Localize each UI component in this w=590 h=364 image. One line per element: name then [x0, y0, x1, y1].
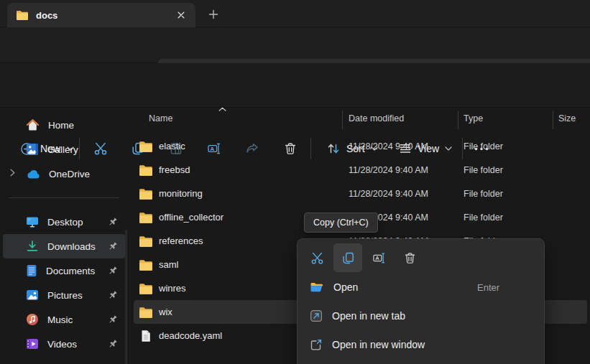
rename-button[interactable]: A — [364, 243, 393, 272]
sidebar-item-label: Music — [47, 314, 73, 325]
sidebar-scrollbar[interactable] — [125, 230, 127, 364]
folder-icon — [139, 212, 153, 223]
sidebar-item-music[interactable]: Music — [3, 307, 125, 332]
expand-chevron-icon[interactable] — [10, 169, 15, 177]
sidebar-item-videos[interactable]: Videos — [3, 332, 125, 356]
sidebar-item-pictures[interactable]: Pictures — [3, 283, 125, 307]
menu-item-shortcut: Enter — [477, 282, 499, 293]
menu-item-open-in-new-tab[interactable]: Open in new tab — [301, 302, 540, 330]
pin-icon — [108, 339, 118, 349]
context-menu: A Open Enter Open in new tab Open in new… — [297, 238, 545, 364]
file-name: references — [159, 235, 203, 246]
menu-item-label: Open in new window — [332, 339, 425, 350]
tab-bar: docs — [0, 0, 590, 27]
pin-icon — [108, 314, 118, 325]
column-header-date[interactable]: Date modified — [349, 113, 404, 123]
file-row-monitoring[interactable]: monitoring 11/28/2024 9:40 AM File folde… — [134, 182, 587, 205]
file-name: wix — [159, 307, 172, 317]
file-row-elastic[interactable]: elastic 11/28/2024 9:40 AM File folder — [134, 134, 587, 158]
file-type: File folder — [464, 213, 503, 223]
svg-text:A: A — [375, 255, 379, 261]
column-divider[interactable] — [342, 111, 343, 129]
sidebar-item-onedrive[interactable]: OneDrive — [3, 162, 125, 186]
folder-icon — [139, 235, 153, 247]
sidebar-item-home[interactable]: Home — [3, 113, 125, 137]
music-icon — [26, 313, 39, 326]
folder-icon — [139, 283, 153, 294]
open-folder-icon — [310, 281, 324, 293]
file-date: 11/28/2024 9:40 AM — [349, 189, 428, 199]
column-header-size[interactable]: Size — [558, 113, 576, 123]
open-new-window-icon — [310, 338, 323, 351]
gallery-icon — [26, 143, 39, 156]
documents-icon — [26, 264, 37, 277]
file-list-header: Name Date modified Type Size — [134, 109, 590, 131]
tooltip-text: Copy (Ctrl+C) — [313, 218, 369, 228]
pin-icon — [108, 290, 118, 300]
sidebar-item-label: Home — [48, 120, 74, 131]
tab-title: docs — [36, 10, 165, 21]
file-name: elastic — [159, 141, 185, 151]
document-file-icon — [139, 330, 153, 342]
sidebar-item-label: Videos — [47, 339, 77, 350]
sidebar-item-downloads[interactable]: Downloads — [3, 234, 125, 258]
sidebar: Home Gallery OneDrive Desktop — [0, 108, 128, 364]
sidebar-item-label: OneDrive — [49, 169, 90, 179]
sidebar-item-label: Desktop — [47, 217, 83, 228]
onedrive-cloud-icon — [26, 169, 40, 179]
column-header-type[interactable]: Type — [464, 113, 483, 123]
file-date: 11/28/2024 9:40 AM — [349, 141, 428, 151]
context-menu-icon-row: A — [301, 243, 540, 272]
file-name: freebsd — [159, 164, 190, 175]
sidebar-item-label: Documents — [46, 266, 95, 276]
close-tab-icon[interactable] — [172, 6, 190, 24]
sidebar-item-label: Downloads — [47, 241, 96, 252]
pictures-icon — [26, 289, 39, 301]
open-new-tab-icon — [310, 309, 323, 322]
column-header-name[interactable]: Name — [149, 113, 172, 123]
new-tab-button[interactable] — [204, 5, 223, 24]
file-name: monitoring — [159, 188, 203, 199]
command-bar: New A Sort — [0, 63, 590, 108]
sidebar-item-desktop[interactable]: Desktop — [3, 210, 125, 234]
file-explorer-window: docs Downloads velocira — [0, 0, 590, 364]
sidebar-item-label: Gallery — [47, 144, 78, 155]
videos-icon — [26, 338, 39, 350]
menu-item-open-in-new-window[interactable]: Open in new window — [301, 331, 540, 358]
column-divider[interactable] — [553, 111, 553, 129]
file-row-freebsd[interactable]: freebsd 11/28/2024 9:40 AM File folder — [134, 158, 587, 182]
desktop-icon — [26, 216, 39, 228]
pin-icon — [108, 217, 118, 227]
cut-button[interactable] — [303, 243, 331, 272]
menu-item-open[interactable]: Open Enter — [301, 274, 540, 301]
sort-ascending-icon — [218, 107, 226, 111]
sidebar-item-gallery[interactable]: Gallery — [3, 137, 125, 162]
home-icon — [26, 118, 40, 131]
menu-item-label: Open in new tab — [332, 310, 405, 322]
file-type: File folder — [464, 189, 503, 199]
folder-icon — [139, 307, 153, 318]
file-name: winres — [159, 283, 186, 294]
file-name: offline_collector — [159, 212, 223, 223]
file-type: File folder — [464, 165, 503, 175]
copy-button[interactable] — [333, 243, 362, 272]
file-date: 11/28/2024 9:40 AM — [349, 165, 428, 175]
copy-tooltip: Copy (Ctrl+C) — [304, 213, 378, 233]
menu-item-label: Open — [333, 281, 358, 293]
file-type: File folder — [464, 141, 503, 151]
column-divider[interactable] — [458, 111, 458, 129]
sidebar-item-documents[interactable]: Documents — [3, 258, 125, 283]
file-name: saml — [159, 259, 178, 270]
folder-icon — [139, 141, 153, 152]
sidebar-divider — [9, 197, 119, 198]
folder-icon — [139, 259, 153, 271]
file-name: deadcode.yaml — [159, 330, 222, 341]
folder-icon — [139, 188, 153, 200]
folder-icon — [139, 164, 153, 176]
pin-icon — [108, 266, 118, 276]
delete-button[interactable] — [395, 243, 424, 272]
sidebar-item-label: Pictures — [47, 290, 83, 301]
pin-icon — [108, 241, 118, 251]
folder-icon — [16, 10, 29, 20]
tab-docs[interactable]: docs — [7, 3, 195, 27]
